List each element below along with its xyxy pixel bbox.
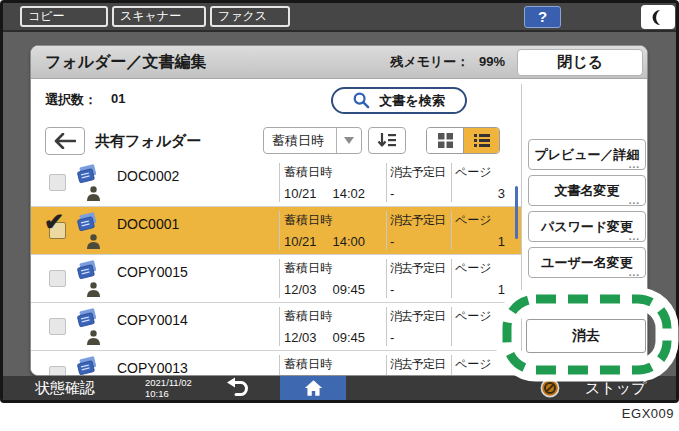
document-row[interactable]: COPY0015 蓄積日時 12/0309:45 消去予定日 - ページ 1 — [31, 255, 521, 303]
document-name: DOC0002 — [117, 168, 179, 184]
dropdown-arrow-segment[interactable] — [336, 128, 361, 153]
document-stack-icon — [75, 212, 99, 233]
document-row[interactable]: DOC0002 蓄積日時 10/2114:02 消去予定日 - ページ 3 — [31, 159, 521, 207]
chevron-down-icon — [344, 137, 354, 144]
document-row[interactable]: COPY0014 蓄積日時 12/0309:45 消去予定日 - ページ — [31, 303, 521, 351]
column-separator — [386, 355, 387, 376]
document-name: COPY0014 — [117, 312, 188, 328]
energy-saver-button[interactable] — [641, 5, 675, 29]
expire-date-cell: 消去予定日 - — [390, 164, 448, 201]
more-indicator: ... — [629, 231, 640, 242]
stored-date-cell: 蓄積日時 — [284, 356, 382, 373]
delete-button[interactable]: 消去 — [526, 319, 646, 353]
home-button[interactable] — [280, 376, 346, 400]
pages-value: 3 — [455, 186, 511, 201]
stored-time: 14:00 — [333, 234, 366, 249]
pages-label: ページ — [455, 260, 511, 277]
row-checkbox[interactable] — [49, 174, 66, 191]
button-label: ユーザー名変更 — [541, 255, 633, 270]
tab-copy[interactable]: コピー — [20, 6, 108, 27]
selection-count-value: 01 — [111, 91, 125, 106]
user-icon — [87, 234, 100, 249]
pages-value: 1 — [455, 282, 511, 297]
column-separator — [386, 259, 387, 298]
tab-scanner[interactable]: スキャナー — [112, 6, 206, 27]
checkmark-icon: ✔ — [44, 208, 64, 236]
touch-screen: コピー スキャナー ファクス ? フォルダー／文書編集 残メモリー： 99% 閉… — [0, 0, 679, 403]
expire-date: - — [390, 330, 448, 345]
document-stack-icon — [75, 260, 99, 281]
thumbnail-view-button[interactable] — [427, 128, 463, 153]
column-separator — [386, 307, 387, 346]
document-stack-icon — [75, 164, 99, 185]
back-button[interactable] — [45, 127, 85, 155]
pages-cell: ページ — [455, 308, 511, 330]
search-button-label: 文書を検索 — [379, 92, 444, 110]
sort-key-dropdown[interactable]: 蓄積日時 — [263, 127, 362, 154]
close-button[interactable]: 閉じる — [517, 49, 643, 76]
search-documents-button[interactable]: 文書を検索 — [331, 87, 467, 114]
row-checkbox[interactable] — [49, 366, 66, 376]
sort-order-button[interactable] — [368, 127, 406, 154]
stored-date-cell: 蓄積日時 10/2114:02 — [284, 164, 382, 201]
stored-date: 10/21 — [284, 234, 317, 249]
stop-icon[interactable] — [540, 378, 560, 398]
user-icon — [87, 330, 100, 345]
expire-date-label: 消去予定日 — [390, 308, 448, 325]
memory-status: 残メモリー： 99% — [384, 53, 517, 71]
document-row-selected[interactable]: ✔ DOC0001 蓄積日時 — [31, 207, 521, 255]
stored-date-cell: 蓄積日時 10/2114:00 — [284, 212, 382, 249]
rename-document-button[interactable]: 文書名変更 ... — [528, 175, 646, 206]
memory-label: 残メモリー： — [390, 54, 469, 69]
column-separator — [451, 355, 452, 376]
row-checkbox[interactable] — [49, 318, 66, 335]
change-password-button[interactable]: パスワード変更 ... — [528, 211, 646, 242]
expire-date-cell: 消去予定日 - — [390, 308, 448, 345]
top-function-bar: コピー スキャナー ファクス ? — [3, 3, 676, 32]
figure-canvas: コピー スキャナー ファクス ? フォルダー／文書編集 残メモリー： 99% 閉… — [0, 0, 679, 431]
expire-date-label: 消去予定日 — [390, 212, 448, 229]
tab-fax[interactable]: ファクス — [210, 6, 290, 27]
stop-label: ストップ — [585, 379, 646, 398]
more-indicator: ... — [629, 195, 640, 206]
document-row-partial[interactable]: COPY0013 蓄積日時 消去予定日 ページ — [31, 351, 521, 376]
list-scrollbar[interactable] — [515, 186, 518, 239]
row-checkbox[interactable] — [49, 270, 66, 287]
button-label: プレビュー／詳細 — [534, 147, 639, 162]
button-label: 文書名変更 — [555, 183, 620, 198]
help-button[interactable]: ? — [524, 6, 561, 28]
search-icon — [353, 92, 370, 109]
stored-date: 12/03 — [284, 330, 317, 345]
expire-date-label: 消去予定日 — [390, 356, 448, 373]
stored-time: 09:45 — [333, 330, 366, 345]
stored-date-label: 蓄積日時 — [284, 260, 382, 277]
column-separator — [386, 163, 387, 202]
expire-date: - — [390, 282, 448, 297]
document-stack-icon — [75, 308, 99, 329]
figure-code: EGX009 — [622, 406, 674, 421]
stored-date-cell: 蓄積日時 12/0309:45 — [284, 260, 382, 297]
stored-date: 12/03 — [284, 282, 317, 297]
expire-date: - — [390, 186, 448, 201]
column-separator — [451, 163, 452, 202]
back-undo-icon[interactable] — [224, 377, 250, 399]
memory-value: 99% — [479, 54, 505, 69]
expire-date-cell: 消去予定日 - — [390, 212, 448, 249]
panel-divider — [521, 84, 522, 374]
current-folder-label: 共有フォルダー — [95, 132, 201, 151]
expire-date-cell: 消去予定日 — [390, 356, 448, 373]
preview-details-button[interactable]: プレビュー／詳細 ... — [528, 139, 646, 170]
column-separator — [451, 211, 452, 250]
expire-date-label: 消去予定日 — [390, 260, 448, 277]
stored-time: 14:02 — [333, 186, 366, 201]
document-stack-icon — [75, 356, 99, 376]
list-view-button[interactable] — [463, 128, 499, 153]
stored-date-label: 蓄積日時 — [284, 164, 382, 181]
expire-date-label: 消去予定日 — [390, 164, 448, 181]
change-username-button[interactable]: ユーザー名変更 ... — [528, 247, 646, 278]
panel-header: フォルダー／文書編集 残メモリー： 99% 閉じる — [31, 46, 647, 79]
pages-cell: ページ 3 — [455, 164, 511, 201]
sort-key-value: 蓄積日時 — [264, 132, 336, 150]
column-separator — [279, 163, 280, 202]
status-check-button[interactable]: 状態確認 — [35, 379, 95, 398]
